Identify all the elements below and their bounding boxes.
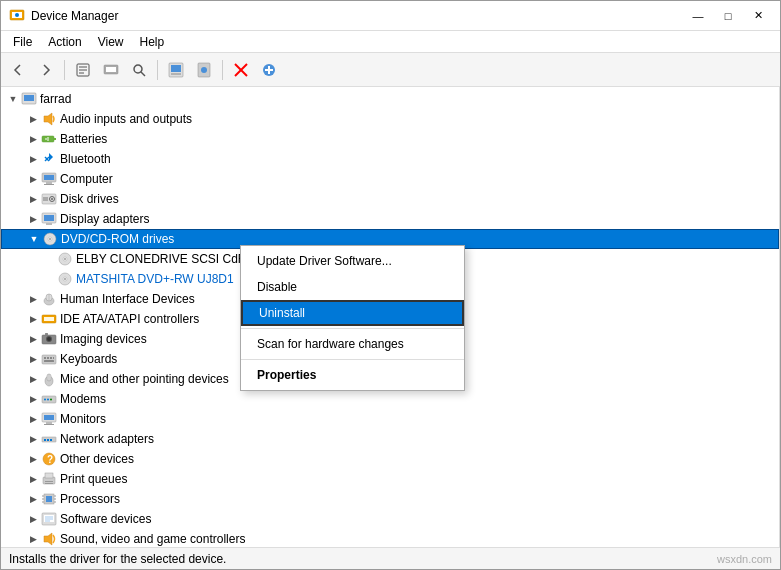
root-expand-icon — [5, 91, 21, 107]
hid-icon — [41, 291, 57, 307]
ctx-separator — [241, 328, 464, 329]
matshita-icon — [57, 271, 73, 287]
batteries-label: Batteries — [60, 132, 107, 146]
svg-rect-57 — [42, 355, 56, 364]
back-button[interactable] — [5, 57, 31, 83]
ctx-properties-label: Properties — [257, 368, 316, 382]
app-icon — [9, 8, 25, 24]
keyboards-expand-icon — [25, 351, 41, 367]
tree-monitors[interactable]: Monitors — [1, 409, 779, 429]
properties-button[interactable] — [70, 57, 96, 83]
scan-button[interactable] — [126, 57, 152, 83]
tree-bluetooth[interactable]: Bluetooth — [1, 149, 779, 169]
svg-rect-82 — [45, 481, 53, 482]
hid-expand-icon — [25, 291, 41, 307]
svg-point-47 — [64, 278, 66, 280]
processors-label: Processors — [60, 492, 120, 506]
other-icon: ? — [41, 451, 57, 467]
svg-rect-85 — [46, 496, 52, 502]
update-driver-button[interactable] — [98, 57, 124, 83]
diskdrives-expand-icon — [25, 191, 41, 207]
monitors-label: Monitors — [60, 412, 106, 426]
status-text: Installs the driver for the selected dev… — [9, 552, 226, 566]
tree-network[interactable]: Network adapters — [1, 429, 779, 449]
svg-rect-29 — [44, 175, 54, 180]
minimize-button[interactable]: — — [684, 6, 712, 26]
tree-display[interactable]: Display adapters — [1, 209, 779, 229]
imaging-icon — [41, 331, 57, 347]
device-by-type-button[interactable] — [191, 57, 217, 83]
forward-button[interactable] — [33, 57, 59, 83]
maximize-button[interactable]: □ — [714, 6, 742, 26]
display-icon — [41, 211, 57, 227]
svg-rect-8 — [106, 67, 116, 72]
ctx-update-driver-label: Update Driver Software... — [257, 254, 392, 268]
batteries-expand-icon — [25, 131, 41, 147]
menu-action[interactable]: Action — [40, 33, 89, 51]
monitors-icon — [41, 411, 57, 427]
menu-file[interactable]: File — [5, 33, 40, 51]
svg-rect-52 — [44, 317, 54, 321]
tree-root[interactable]: farrad — [1, 89, 779, 109]
ctx-disable-label: Disable — [257, 280, 297, 294]
svg-rect-76 — [47, 439, 49, 441]
audio-icon — [41, 111, 57, 127]
toolbar — [1, 53, 780, 87]
root-label: farrad — [40, 92, 71, 106]
svg-rect-83 — [45, 483, 53, 484]
diskdrives-icon — [41, 191, 57, 207]
ctx-properties[interactable]: Properties — [241, 362, 464, 388]
svg-point-68 — [47, 399, 49, 401]
mice-expand-icon — [25, 371, 41, 387]
tree-other[interactable]: ? Other devices — [1, 449, 779, 469]
tree-sound[interactable]: Sound, video and game controllers — [1, 529, 779, 547]
ctx-separator-2 — [241, 359, 464, 360]
ctx-uninstall[interactable]: Uninstall — [241, 300, 464, 326]
svg-rect-71 — [44, 415, 54, 420]
close-button[interactable]: ✕ — [744, 6, 772, 26]
svg-rect-77 — [50, 439, 52, 441]
tree-audio[interactable]: Audio inputs and outputs — [1, 109, 779, 129]
ctx-disable[interactable]: Disable — [241, 274, 464, 300]
elby-icon — [57, 251, 73, 267]
print-label: Print queues — [60, 472, 127, 486]
uninstall-button[interactable] — [228, 57, 254, 83]
toolbar-separator-3 — [222, 60, 223, 80]
tree-batteries[interactable]: Batteries — [1, 129, 779, 149]
other-expand-icon — [25, 451, 41, 467]
toolbar-separator-1 — [64, 60, 65, 80]
matshita-expand-icon — [41, 271, 57, 287]
tree-computer[interactable]: Computer — [1, 169, 779, 189]
display-label: Display adapters — [60, 212, 149, 226]
add-device-button[interactable] — [256, 57, 282, 83]
svg-rect-35 — [43, 197, 48, 201]
tree-print[interactable]: Print queues — [1, 469, 779, 489]
svg-rect-62 — [44, 360, 54, 362]
svg-rect-81 — [45, 473, 53, 478]
root-icon — [21, 91, 37, 107]
imaging-expand-icon — [25, 331, 41, 347]
svg-rect-25 — [54, 138, 56, 140]
svg-rect-72 — [46, 422, 52, 424]
ctx-scan-label: Scan for hardware changes — [257, 337, 404, 351]
ctx-scan[interactable]: Scan for hardware changes — [241, 331, 464, 357]
audio-label: Audio inputs and outputs — [60, 112, 192, 126]
tree-diskdrives[interactable]: Disk drives — [1, 189, 779, 209]
show-devices-button[interactable] — [163, 57, 189, 83]
svg-rect-61 — [53, 357, 54, 359]
ctx-update-driver[interactable]: Update Driver Software... — [241, 248, 464, 274]
menu-help[interactable]: Help — [132, 33, 173, 51]
menu-view[interactable]: View — [90, 33, 132, 51]
tree-modems[interactable]: Modems — [1, 389, 779, 409]
tree-software[interactable]: Software devices — [1, 509, 779, 529]
processors-icon — [41, 491, 57, 507]
svg-rect-22 — [24, 95, 34, 101]
title-bar: Device Manager — □ ✕ — [1, 1, 780, 31]
print-expand-icon — [25, 471, 41, 487]
elby-expand-icon — [41, 251, 57, 267]
svg-text:?: ? — [47, 454, 53, 465]
modems-icon — [41, 391, 57, 407]
software-icon — [41, 511, 57, 527]
svg-point-67 — [44, 399, 46, 401]
tree-processors[interactable]: Processors — [1, 489, 779, 509]
